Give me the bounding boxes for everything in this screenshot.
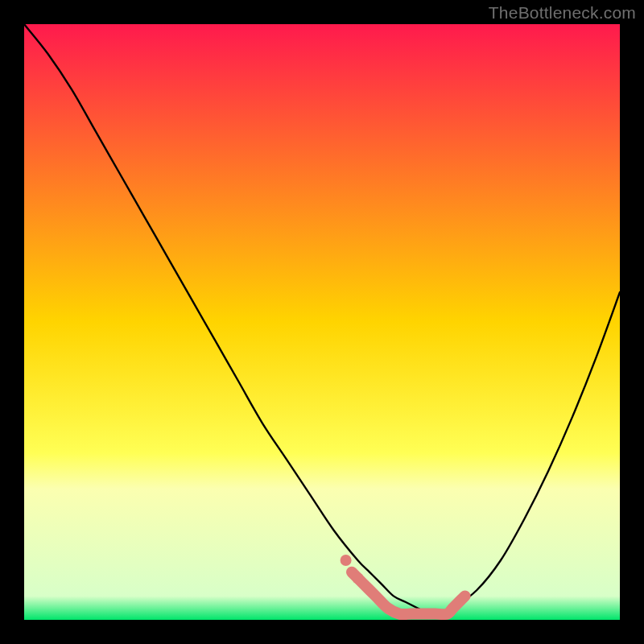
plot-area: [24, 24, 620, 620]
watermark-text: TheBottleneck.com: [489, 3, 636, 23]
marker-dot-2: [352, 572, 363, 584]
chart-svg: [24, 24, 620, 620]
marker-dot-1: [341, 555, 352, 566]
chart-stage: TheBottleneck.com: [0, 0, 644, 644]
gradient-background: [24, 24, 620, 620]
